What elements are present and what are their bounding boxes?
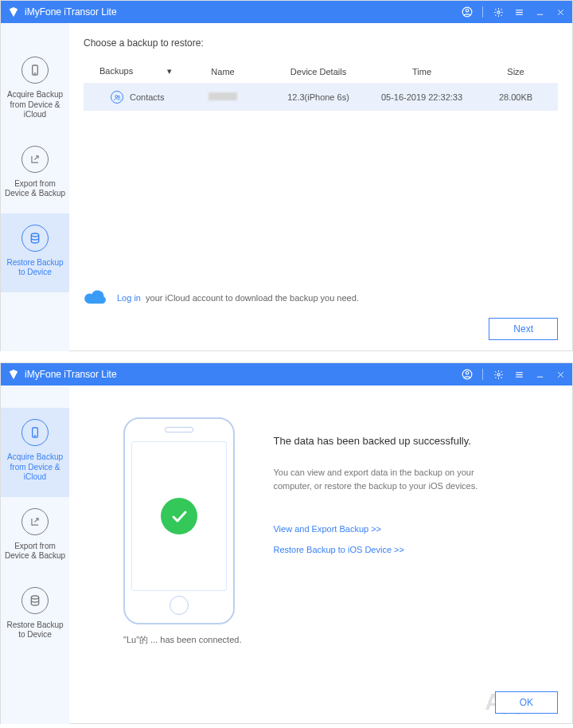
menu-icon[interactable]	[513, 369, 524, 380]
link-restore-device[interactable]: Restore Backup to iOS Device >>	[273, 545, 534, 554]
app-window-restore: iMyFone iTransor Lite Acquire Backup fro…	[0, 0, 573, 351]
cell-time: 05-16-2019 22:32:33	[370, 84, 474, 112]
minimize-icon[interactable]	[534, 369, 545, 380]
svg-point-12	[115, 95, 117, 97]
close-icon[interactable]	[555, 369, 566, 380]
sidebar-item-label: Export from Device & Backup	[4, 179, 66, 199]
menu-icon[interactable]	[513, 6, 524, 18]
svg-point-15	[466, 372, 469, 375]
gear-icon[interactable]	[493, 6, 504, 18]
sidebar-item-acquire[interactable]: Acquire Backup from Device & iCloud	[1, 45, 69, 135]
phone-illustration	[123, 417, 235, 624]
link-view-export[interactable]: View and Export Backup >>	[273, 524, 534, 534]
backups-table: Backups ▾ Name Device Details Time Size	[84, 60, 558, 111]
cell-name	[179, 84, 267, 112]
col-size: Size	[474, 60, 558, 84]
col-name: Name	[179, 60, 267, 84]
cell-backup-type: Contacts	[84, 84, 179, 112]
svg-point-1	[466, 10, 469, 13]
contacts-icon	[111, 91, 123, 104]
sidebar-item-export[interactable]: Export from Device & Backup	[1, 497, 69, 576]
icloud-login-link[interactable]: Log in	[117, 293, 141, 303]
sidebar-item-label: Restore Backup to Device	[4, 258, 66, 278]
svg-point-11	[31, 233, 38, 237]
main-panel-restore: Choose a backup to restore: Backups ▾ Na…	[69, 23, 572, 351]
sidebar-item-label: Restore Backup to Device	[4, 620, 66, 640]
cell-device: 12.3(iPhone 6s)	[267, 84, 370, 112]
restore-prompt: Choose a backup to restore:	[84, 37, 558, 49]
sidebar-item-label: Acquire Backup from Device & iCloud	[4, 90, 66, 120]
col-device: Device Details	[267, 60, 370, 84]
cell-size: 28.00KB	[474, 84, 558, 112]
sidebar-item-restore[interactable]: Restore Backup to Device	[1, 213, 69, 292]
svg-point-13	[118, 96, 119, 97]
success-subtext: You can view and export data in the back…	[273, 466, 512, 492]
sidebar-item-restore[interactable]: Restore Backup to Device	[1, 576, 69, 655]
sidebar: Acquire Backup from Device & iCloud Expo…	[1, 23, 69, 351]
svg-point-16	[497, 373, 499, 375]
icloud-login-row: Log in your iCloud account to download t…	[84, 289, 359, 307]
col-backups[interactable]: Backups ▾	[84, 60, 179, 84]
device-status: "Lu"的 ... has been connected.	[123, 634, 241, 646]
app-title: iMyFone iTransor Lite	[25, 6, 462, 18]
sidebar: Acquire Backup from Device & iCloud Expo…	[1, 386, 69, 724]
titlebar: iMyFone iTransor Lite	[1, 1, 572, 23]
chevron-down-icon[interactable]: ▾	[167, 66, 172, 76]
account-icon[interactable]	[462, 369, 473, 380]
icloud-login-rest: your iCloud account to download the back…	[143, 293, 359, 303]
icloud-icon	[84, 289, 109, 307]
close-icon[interactable]	[555, 6, 566, 18]
table-header-row: Backups ▾ Name Device Details Time Size	[84, 60, 558, 84]
svg-point-25	[31, 596, 38, 599]
app-window-backup-done: iMyFone iTransor Lite Acquire Backup fro…	[0, 362, 573, 724]
success-check-icon	[161, 498, 197, 534]
app-logo-icon	[7, 368, 20, 381]
gear-icon[interactable]	[493, 369, 504, 380]
main-panel-success: "Lu"的 ... has been connected. The data h…	[69, 386, 572, 724]
col-time: Time	[370, 60, 474, 84]
sidebar-item-label: Acquire Backup from Device & iCloud	[4, 452, 66, 483]
next-button[interactable]: Next	[489, 318, 558, 340]
backup-row[interactable]: Contacts 12.3(iPhone 6s) 05-16-2019 22:3…	[84, 84, 558, 112]
sidebar-item-acquire[interactable]: Acquire Backup from Device & iCloud	[1, 408, 69, 497]
ok-button[interactable]: OK	[495, 691, 558, 714]
success-heading: The data has been backed up successfully…	[273, 435, 534, 447]
account-icon[interactable]	[462, 6, 473, 18]
sidebar-item-label: Export from Device & Backup	[4, 542, 66, 562]
blurred-name	[209, 92, 237, 100]
app-title: iMyFone iTransor Lite	[25, 369, 462, 380]
minimize-icon[interactable]	[534, 6, 545, 18]
app-logo-icon	[7, 6, 20, 18]
sidebar-item-export[interactable]: Export from Device & Backup	[1, 135, 69, 213]
svg-point-2	[497, 10, 499, 13]
titlebar: iMyFone iTransor Lite	[1, 363, 572, 386]
